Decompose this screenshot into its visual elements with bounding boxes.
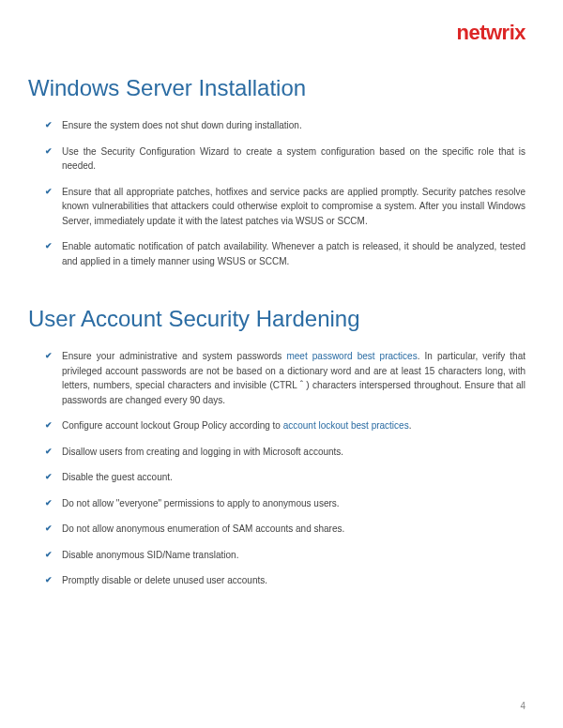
list-item: Promptly disable or delete unused user a…: [45, 573, 525, 588]
list-item: Disable the guest account.: [45, 470, 525, 485]
text-post: .: [409, 420, 412, 431]
link-password-practices[interactable]: meet password best practices: [286, 351, 417, 361]
section-title: User Account Security Hardening: [28, 306, 525, 332]
list-item: Disable anonymous SID/Name translation.: [45, 548, 525, 563]
brand-logo: netwrix: [38, 21, 525, 45]
section-installation: Windows Server Installation Ensure the s…: [38, 75, 525, 268]
text-pre: Configure account lockout Group Policy a…: [62, 420, 283, 431]
list-item: Disallow users from creating and logging…: [45, 445, 525, 460]
section-user-account: User Account Security Hardening Ensure y…: [38, 306, 525, 588]
list-item: Do not allow "everyone" permissions to a…: [45, 496, 525, 511]
checklist: Ensure your administrative and system pa…: [38, 349, 525, 588]
text-pre: Ensure your administrative and system pa…: [62, 351, 286, 361]
list-item: Enable automatic notification of patch a…: [45, 239, 525, 268]
page-number: 4: [520, 701, 525, 711]
checklist: Ensure the system does not shut down dur…: [38, 118, 525, 268]
list-item: Ensure your administrative and system pa…: [45, 349, 525, 407]
list-item: Ensure the system does not shut down dur…: [45, 118, 525, 133]
list-item: Ensure that all appropriate patches, hot…: [45, 185, 525, 229]
link-lockout-practices[interactable]: account lockout best practices: [283, 420, 409, 431]
list-item: Use the Security Configuration Wizard to…: [45, 144, 525, 174]
list-item: Configure account lockout Group Policy a…: [45, 418, 525, 433]
list-item: Do not allow anonymous enumeration of SA…: [45, 522, 525, 537]
section-title: Windows Server Installation: [28, 75, 525, 101]
